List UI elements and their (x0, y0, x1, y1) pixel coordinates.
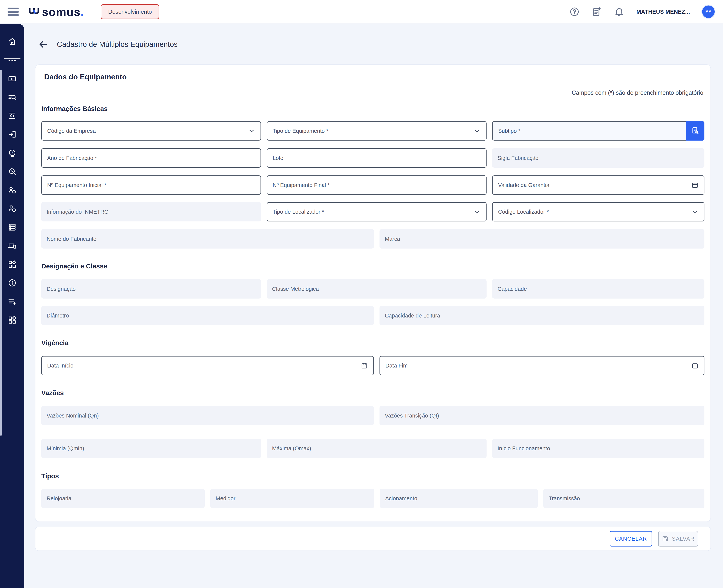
num-equipamento-final-label: Nº Equipamento Final * (273, 182, 330, 188)
required-fields-note: Campos com (*) são de preenchimento obri… (572, 89, 703, 96)
informacao-inmetro-input: Informação do INMETRO (41, 202, 261, 222)
num-equipamento-inicial-label: Nº Equipamento Inicial * (47, 182, 106, 188)
sidebar-item-billing[interactable]: $ (0, 69, 24, 88)
capacidade-input: Capacidade (492, 279, 704, 298)
hamburger-menu-icon[interactable] (7, 7, 19, 16)
codigo-empresa-select[interactable]: Código da Empresa (41, 121, 261, 141)
num-equipamento-inicial-input[interactable]: Nº Equipamento Inicial * (41, 175, 261, 195)
designacao-label: Designação (47, 286, 76, 292)
calendar-icon (691, 182, 699, 189)
marca-input: Marca (379, 229, 704, 249)
sidebar-item-sign-in[interactable] (0, 125, 24, 144)
environment-badge-label: Desenvolvimento (108, 8, 152, 15)
codigo-empresa-label: Código da Empresa (47, 128, 96, 134)
code-icon (8, 111, 17, 120)
subtipo-label: Subtipo * (498, 128, 520, 134)
sign-in-icon (8, 130, 17, 139)
sidebar-item-coin[interactable]: ? (0, 144, 24, 162)
sidebar-item-code[interactable] (0, 106, 24, 125)
relojoaria-label: Relojoaria (47, 496, 71, 502)
top-header: somus . Desenvolvimento MATHEUS MENEZ...… (0, 0, 723, 24)
avatar-initials: MM (705, 10, 711, 14)
chevron-down-icon (474, 127, 481, 134)
capacidade-leitura-label: Capacidade de Leitura (385, 313, 440, 319)
svg-text:$: $ (11, 77, 13, 81)
section-vazoes: Vazões (41, 389, 64, 397)
page-title-row: Cadastro de Múltiplos Equipamentos (38, 39, 178, 50)
sidebar-nav: $ ? (0, 24, 24, 588)
sidebar-item-category[interactable] (0, 255, 24, 274)
tipo-localizador-select[interactable]: Tipo de Localizador * (267, 202, 487, 222)
search-list-icon (8, 93, 17, 102)
search-history-icon (8, 167, 17, 176)
help-icon[interactable] (569, 7, 580, 17)
sidebar-item-playlist-add[interactable] (0, 292, 24, 311)
page-title: Cadastro de Múltiplos Equipamentos (57, 40, 178, 48)
acionamento-label: Acionamento (385, 496, 417, 502)
subtipo-input[interactable]: Subtipo * (492, 121, 704, 141)
subtipo-lookup-button[interactable] (686, 121, 704, 141)
data-inicio-datepicker[interactable]: Data Início (41, 356, 374, 375)
sidebar-item-history-search[interactable] (0, 162, 24, 181)
cancel-button[interactable]: CANCELAR (610, 531, 652, 547)
brand-dot: . (81, 6, 84, 18)
validade-garantia-label: Validade da Garantia (498, 182, 549, 188)
save-button[interactable]: SALVAR (658, 531, 698, 547)
nome-fabricante-label: Nome do Fabricante (47, 236, 97, 242)
road-divider-icon (3, 57, 21, 63)
environment-badge: Desenvolvimento (101, 4, 159, 19)
note-add-icon[interactable] (592, 7, 602, 17)
svg-text:?: ? (11, 151, 13, 154)
maxima-input: Máxima (Qmax) (267, 439, 487, 458)
designacao-input: Designação (41, 279, 261, 298)
devices-icon (8, 241, 17, 250)
sigla-fabricacao-input: Sigla Fabricação (492, 148, 704, 168)
back-button[interactable] (38, 39, 48, 50)
section-tipos: Tipos (41, 472, 59, 480)
sidebar-item-category-2[interactable] (0, 311, 24, 329)
diametro-label: Diâmetro (47, 313, 69, 319)
minima-label: Mínimia (Qmin) (47, 445, 84, 451)
user-coin-icon (8, 204, 17, 213)
avatar[interactable]: MM (702, 5, 715, 18)
tipo-equipamento-label: Tipo de Equipamento * (273, 128, 328, 134)
inicio-funcionamento-input: Início Funcionamento (492, 439, 704, 458)
section-vigencia: Vigência (41, 339, 68, 346)
sidebar-item-home[interactable] (0, 32, 24, 51)
sidebar-item-info[interactable] (0, 274, 24, 292)
sidebar-item-devices[interactable] (0, 236, 24, 255)
diametro-input: Diâmetro (41, 306, 374, 325)
category-icon (8, 260, 17, 269)
sidebar-item-user-coin[interactable] (0, 181, 24, 199)
vazoes-transicao-label: Vazões Transição (Qt) (385, 413, 439, 419)
sidebar-item-server-list[interactable] (0, 218, 24, 236)
relojoaria-input: Relojoaria (41, 489, 205, 508)
card-title: Dados do Equipamento (44, 73, 127, 81)
user-coin-icon (8, 186, 17, 194)
sigla-fabricacao-label: Sigla Fabricação (498, 155, 538, 161)
sidebar-scrollbar[interactable] (0, 70, 2, 436)
acionamento-input: Acionamento (380, 489, 538, 508)
informacao-inmetro-label: Informação do INMETRO (47, 209, 108, 215)
notifications-bell-icon[interactable] (614, 7, 624, 17)
codigo-localizador-select[interactable]: Código Localizador * (492, 202, 704, 222)
sidebar-item-user-coin-2[interactable] (0, 199, 24, 218)
num-equipamento-final-input[interactable]: Nº Equipamento Final * (267, 175, 487, 195)
document-search-icon (691, 127, 700, 135)
sidebar-item-search-list[interactable] (0, 88, 24, 106)
lote-input[interactable]: Lote (267, 148, 487, 168)
section-informacoes-basicas: Informações Básicas (41, 105, 108, 112)
chevron-down-icon (248, 127, 255, 134)
marca-label: Marca (385, 236, 400, 242)
ano-fabricacao-input[interactable]: Ano de Fabricação * (41, 148, 261, 168)
validade-garantia-datepicker[interactable]: Validade da Garantia (492, 175, 704, 195)
ano-fabricacao-label: Ano de Fabricação * (47, 155, 97, 161)
app-root: somus . Desenvolvimento MATHEUS MENEZ...… (0, 0, 723, 588)
form-action-bar: CANCELAR SALVAR (35, 527, 711, 551)
home-icon (8, 37, 17, 46)
minima-input: Mínimia (Qmin) (41, 439, 261, 458)
tipo-equipamento-select[interactable]: Tipo de Equipamento * (267, 121, 487, 141)
data-fim-datepicker[interactable]: Data Fim (379, 356, 704, 375)
maxima-label: Máxima (Qmax) (272, 445, 311, 451)
user-name[interactable]: MATHEUS MENEZ... (636, 9, 690, 15)
